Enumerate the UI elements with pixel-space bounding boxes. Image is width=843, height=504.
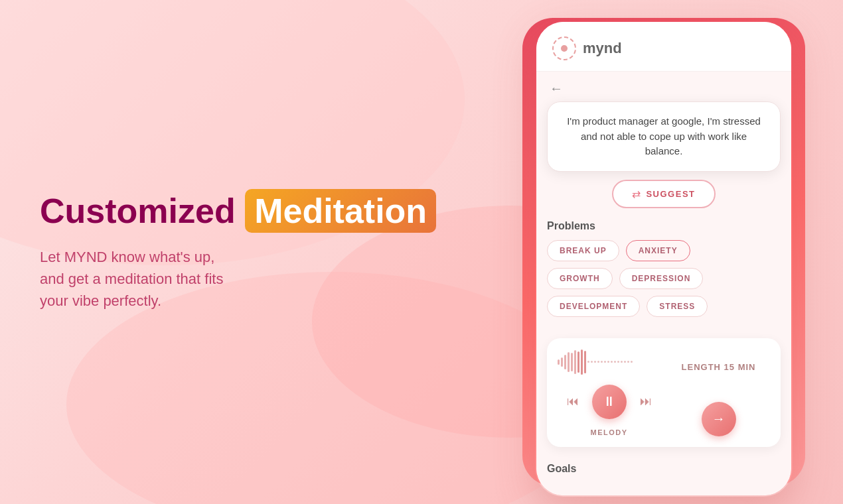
- problems-title: Problems: [547, 220, 781, 232]
- headline: Customized Meditation: [40, 192, 498, 230]
- suggest-icon: ⇄: [632, 188, 641, 200]
- phone-frame: mynd ← I'm product manager at google, I'…: [534, 20, 793, 497]
- wave-bar: [574, 350, 576, 374]
- wave-dot: [607, 361, 609, 363]
- wave-bar-active: [584, 351, 586, 373]
- wave-bar: [558, 359, 560, 365]
- tags-row-3: DEVELOPMENT STRESS: [547, 296, 781, 317]
- pause-icon: ⏸: [603, 394, 616, 409]
- next-button[interactable]: →: [702, 402, 736, 436]
- wave-bar: [564, 355, 566, 369]
- goals-title: Goals: [547, 463, 781, 475]
- headline-highlight: Meditation: [245, 189, 436, 233]
- player-right: LENGTH 15 MIN →: [660, 349, 770, 436]
- chat-bubble: I'm product manager at google, I'm stres…: [547, 101, 781, 172]
- problems-section: Problems BREAK UP ANXIETY GROWTH DEPRESS…: [536, 220, 791, 332]
- back-row: ←: [536, 72, 791, 101]
- length-label: LENGTH 15 MIN: [682, 362, 756, 372]
- arrow-right-icon: →: [712, 411, 726, 426]
- goals-section: Goals: [536, 454, 791, 475]
- wave-dot: [631, 361, 633, 363]
- phone-body: ← I'm product manager at google, I'm str…: [536, 72, 791, 495]
- wave-dot: [591, 361, 593, 363]
- wave-bar-active: [581, 349, 583, 375]
- wave-bar-active: [577, 351, 579, 373]
- wave-dot: [597, 361, 599, 363]
- tag-break-up[interactable]: BREAK UP: [547, 240, 619, 261]
- wave-dot: [601, 361, 603, 363]
- wave-bar: [568, 352, 570, 372]
- phone-inner: mynd ← I'm product manager at google, I'…: [536, 22, 791, 495]
- content-wrapper: Customized Meditation Let MYND know what…: [0, 0, 843, 504]
- tag-stress[interactable]: STRESS: [647, 296, 708, 317]
- pause-button[interactable]: ⏸: [592, 385, 627, 419]
- player-left: ⏮ ⏸ ⏭ MELODY: [558, 349, 660, 436]
- wave-dot: [627, 361, 629, 363]
- suggest-label: SUGGEST: [646, 189, 695, 199]
- brand-name: mynd: [583, 40, 622, 57]
- phone-header: mynd: [536, 22, 791, 72]
- wave-bar: [571, 353, 573, 371]
- waveform: [558, 349, 660, 375]
- mynd-logo-inner: [561, 45, 568, 52]
- wave-dot: [617, 361, 619, 363]
- player-card: ⏮ ⏸ ⏭ MELODY LENGTH 15 MIN →: [547, 338, 781, 447]
- suggest-button[interactable]: ⇄ SUGGEST: [612, 180, 715, 208]
- forward-button[interactable]: ⏭: [640, 395, 652, 409]
- tag-growth[interactable]: GROWTH: [547, 268, 613, 289]
- wave-dot: [604, 361, 606, 363]
- wave-dot: [611, 361, 613, 363]
- wave-dot: [587, 361, 589, 363]
- wave-bar: [561, 357, 563, 367]
- chat-message: I'm product manager at google, I'm stres…: [567, 115, 761, 157]
- wave-dot: [614, 361, 616, 363]
- tag-development[interactable]: DEVELOPMENT: [547, 296, 640, 317]
- subtext: Let MYND know what's up,and get a medita…: [40, 246, 358, 312]
- tag-anxiety[interactable]: ANXIETY: [626, 240, 690, 261]
- headline-part1: Customized: [40, 192, 245, 230]
- back-button[interactable]: ←: [550, 81, 563, 95]
- rewind-button[interactable]: ⏮: [567, 395, 579, 409]
- wave-dot: [624, 361, 626, 363]
- melody-label: MELODY: [558, 428, 660, 436]
- tags-row-1: BREAK UP ANXIETY: [547, 240, 781, 261]
- tags-row-2: GROWTH DEPRESSION: [547, 268, 781, 289]
- wave-dot: [594, 361, 596, 363]
- wave-dot: [621, 361, 623, 363]
- player-controls: ⏮ ⏸ ⏭: [558, 385, 660, 419]
- phone-section: mynd ← I'm product manager at google, I'…: [524, 20, 803, 484]
- mynd-logo: [552, 36, 576, 60]
- tag-depression[interactable]: DEPRESSION: [619, 268, 704, 289]
- left-section: Customized Meditation Let MYND know what…: [40, 192, 524, 312]
